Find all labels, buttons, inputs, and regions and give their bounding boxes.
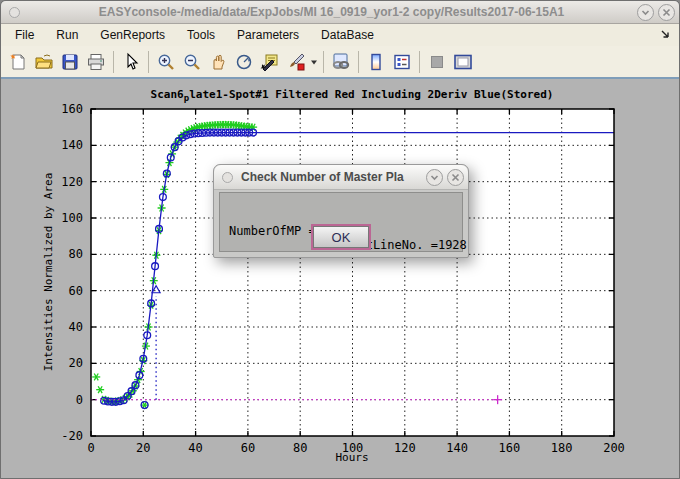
y-tick-label: 20 — [69, 356, 83, 370]
figure-area: Scan6plate1-Spot#1 Filtered Red Includin… — [1, 81, 680, 479]
y-tick-label: 120 — [61, 175, 83, 189]
annotate-button[interactable] — [258, 50, 282, 74]
menu-file[interactable]: File — [4, 25, 45, 45]
rotate-3d-icon — [234, 52, 254, 72]
menu-overflow-icon[interactable] — [661, 28, 671, 42]
numberofmp-value: NumberOfMP =5 — [229, 224, 323, 238]
legend-button[interactable] — [390, 50, 414, 74]
save-button[interactable] — [58, 50, 82, 74]
plain-square-button[interactable] — [425, 50, 449, 74]
new-document-icon — [8, 52, 28, 72]
y-axis-label: Intensities Normalized by Area — [42, 173, 55, 372]
colorbar-icon — [366, 52, 386, 72]
menu-run[interactable]: Run — [45, 25, 89, 45]
x-tick-label: 180 — [551, 441, 573, 455]
window-close-button[interactable] — [658, 4, 675, 21]
toolbar-separator — [148, 51, 149, 73]
window-shade-button[interactable] — [637, 4, 654, 21]
x-tick-label: 200 — [603, 441, 625, 455]
x-tick-label: 80 — [293, 441, 307, 455]
menu-tools[interactable]: Tools — [176, 25, 226, 45]
chevron-down-icon — [430, 173, 439, 182]
toolbar-separator — [419, 51, 420, 73]
window-title: EASYconsole-/media/data/ExpJobs/MI 16_09… — [26, 5, 637, 19]
x-tick-label: 160 — [499, 441, 521, 455]
x-tick-label: 0 — [87, 441, 94, 455]
paintbrush-icon — [286, 52, 306, 72]
cursor-arrow-icon — [121, 52, 141, 72]
y-tick-label: -20 — [61, 429, 83, 443]
toolbar — [1, 46, 679, 79]
print-button[interactable] — [84, 50, 108, 74]
y-tick-label: 100 — [61, 211, 83, 225]
close-icon — [662, 8, 671, 17]
close-icon — [451, 173, 460, 182]
toolbar-separator — [358, 51, 359, 73]
y-tick-label: 80 — [69, 247, 83, 261]
rotate-button[interactable] — [232, 50, 256, 74]
toolbar-separator — [323, 51, 324, 73]
dialog-close-button[interactable] — [447, 169, 464, 186]
growth-curve-plot[interactable]: 020406080100120140160180200-200204060801… — [1, 81, 680, 479]
printer-icon — [86, 52, 106, 72]
zoom-out-button[interactable] — [180, 50, 204, 74]
annotation-note-icon — [260, 52, 280, 72]
dialog-menu-icon[interactable] — [222, 172, 233, 183]
window-menu-icon[interactable] — [9, 7, 20, 18]
ok-button[interactable]: OK — [313, 226, 369, 248]
select-cursor-button[interactable] — [119, 50, 143, 74]
link-chain-icon — [330, 52, 352, 72]
dialog-body: NumberOfMP =5 lastLineNo. =1928 OK — [219, 192, 463, 252]
menu-database[interactable]: DataBase — [310, 25, 385, 45]
toolbar-separator — [113, 51, 114, 73]
y-tick-label: 40 — [69, 320, 83, 334]
link-button[interactable] — [329, 50, 353, 74]
menu-genreports[interactable]: GenReports — [89, 25, 176, 45]
new-button[interactable] — [6, 50, 30, 74]
dialog-titlebar[interactable]: Check Number of Master Pla — [214, 165, 468, 190]
dropdown-arrow-icon — [310, 58, 318, 66]
dialog-title: Check Number of Master Pla — [241, 170, 426, 184]
x-tick-label: 140 — [446, 441, 468, 455]
zoom-out-icon — [182, 52, 202, 72]
menubar: File Run GenReports Tools Parameters Dat… — [1, 24, 679, 46]
easyconsole-window: EASYconsole-/media/data/ExpJobs/MI 16_09… — [0, 0, 680, 479]
window-frame-button[interactable] — [451, 50, 475, 74]
y-tick-label: 140 — [61, 138, 83, 152]
window-titlebar[interactable]: EASYconsole-/media/data/ExpJobs/MI 16_09… — [1, 1, 679, 24]
x-tick-label: 20 — [136, 441, 150, 455]
x-tick-label: 120 — [394, 441, 416, 455]
check-master-plates-dialog: Check Number of Master Pla NumberOfMP =5… — [213, 164, 469, 258]
open-folder-icon — [34, 52, 54, 72]
legend-icon — [392, 52, 412, 72]
chevron-down-icon — [641, 8, 650, 17]
window-frame-icon — [452, 52, 474, 72]
plain-square-icon — [427, 52, 447, 72]
menu-parameters[interactable]: Parameters — [226, 25, 310, 45]
x-tick-label: 60 — [241, 441, 255, 455]
zoom-in-icon — [156, 52, 176, 72]
y-tick-label: 160 — [61, 102, 83, 116]
hand-icon — [208, 52, 228, 72]
x-axis-label: Hours — [335, 451, 368, 464]
save-floppy-icon — [60, 52, 80, 72]
brush-button[interactable] — [284, 50, 308, 74]
colorbar-button[interactable] — [364, 50, 388, 74]
dialog-shade-button[interactable] — [426, 169, 443, 186]
open-button[interactable] — [32, 50, 56, 74]
pan-hand-button[interactable] — [206, 50, 230, 74]
zoom-in-button[interactable] — [154, 50, 178, 74]
y-tick-label: 0 — [76, 393, 83, 407]
brush-dropdown-button[interactable] — [309, 50, 319, 74]
x-tick-label: 40 — [188, 441, 202, 455]
y-tick-label: 60 — [69, 284, 83, 298]
